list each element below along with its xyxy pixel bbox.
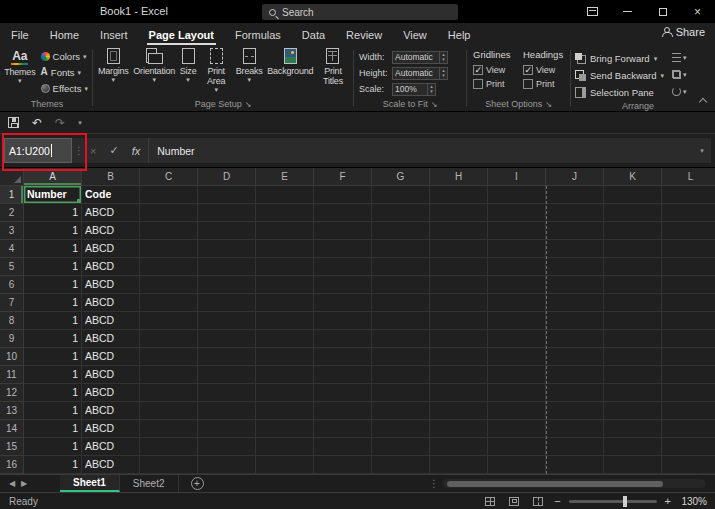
cell-E14[interactable] <box>256 420 314 438</box>
cell-E7[interactable] <box>256 294 314 312</box>
cell-C2[interactable] <box>140 204 198 222</box>
gridlines-view-checkbox[interactable] <box>473 65 483 75</box>
cell-H6[interactable] <box>430 276 488 294</box>
cell-E6[interactable] <box>256 276 314 294</box>
cell-I7[interactable] <box>488 294 546 312</box>
name-box-splitter[interactable]: ⋮ <box>72 145 86 156</box>
cell-H2[interactable] <box>430 204 488 222</box>
cell-K14[interactable] <box>604 420 662 438</box>
cell-I6[interactable] <box>488 276 546 294</box>
headings-view-checkbox[interactable] <box>523 65 533 75</box>
tab-data[interactable]: Data <box>300 25 327 45</box>
cell-L16[interactable] <box>662 456 715 474</box>
tab-insert[interactable]: Insert <box>98 25 130 45</box>
cell-D10[interactable] <box>198 348 256 366</box>
cell-K5[interactable] <box>604 258 662 276</box>
cell-A8[interactable]: 1 <box>24 312 82 330</box>
normal-view-button[interactable] <box>482 494 498 509</box>
cell-E11[interactable] <box>256 366 314 384</box>
tab-view[interactable]: View <box>401 25 429 45</box>
cell-L7[interactable] <box>662 294 715 312</box>
spinner-icon[interactable]: ▴▾ <box>439 68 447 79</box>
cell-H4[interactable] <box>430 240 488 258</box>
cell-D11[interactable] <box>198 366 256 384</box>
headings-print-option[interactable]: Print <box>523 77 567 91</box>
zoom-percentage[interactable]: 130% <box>679 496 707 507</box>
cell-J15[interactable] <box>546 438 604 456</box>
formula-input[interactable]: Number <box>149 138 693 163</box>
row-header-6[interactable]: 6 <box>0 276 24 294</box>
row-header-11[interactable]: 11 <box>0 366 24 384</box>
cell-H14[interactable] <box>430 420 488 438</box>
cell-J3[interactable] <box>546 222 604 240</box>
cell-K4[interactable] <box>604 240 662 258</box>
cell-B10[interactable]: ABCD <box>82 348 140 366</box>
cell-F6[interactable] <box>314 276 372 294</box>
cell-D8[interactable] <box>198 312 256 330</box>
cell-A2[interactable]: 1 <box>24 204 82 222</box>
new-sheet-button[interactable]: + <box>191 477 204 490</box>
cell-E9[interactable] <box>256 330 314 348</box>
share-button[interactable]: Share <box>662 26 705 38</box>
cell-I12[interactable] <box>488 384 546 402</box>
cell-C6[interactable] <box>140 276 198 294</box>
cell-A3[interactable]: 1 <box>24 222 82 240</box>
cell-B11[interactable]: ABCD <box>82 366 140 384</box>
cancel-button[interactable]: × <box>90 145 96 157</box>
button-background[interactable]: Background <box>266 48 314 76</box>
cell-J7[interactable] <box>546 294 604 312</box>
cell-F9[interactable] <box>314 330 372 348</box>
button-print-titles[interactable]: Print Titles <box>317 48 349 86</box>
cell-D14[interactable] <box>198 420 256 438</box>
rotate-button[interactable]: ▾ <box>672 84 687 99</box>
cell-G7[interactable] <box>372 294 430 312</box>
cell-D6[interactable] <box>198 276 256 294</box>
cell-G10[interactable] <box>372 348 430 366</box>
cell-F7[interactable] <box>314 294 372 312</box>
tab-review[interactable]: Review <box>344 25 384 45</box>
cell-A10[interactable]: 1 <box>24 348 82 366</box>
cell-I15[interactable] <box>488 438 546 456</box>
cell-L15[interactable] <box>662 438 715 456</box>
cell-H3[interactable] <box>430 222 488 240</box>
tab-splitter[interactable]: ⋮ <box>425 478 443 489</box>
themes-button[interactable]: Aa Themes ▾ <box>4 48 36 84</box>
select-all-button[interactable] <box>0 168 24 186</box>
fonts-button[interactable]: A Fonts ▾ <box>39 64 90 80</box>
cell-L1[interactable] <box>662 186 715 204</box>
cell-F8[interactable] <box>314 312 372 330</box>
button-selection-pane[interactable]: Selection Pane <box>575 84 664 100</box>
cell-I9[interactable] <box>488 330 546 348</box>
cell-G11[interactable] <box>372 366 430 384</box>
cell-J4[interactable] <box>546 240 604 258</box>
gridlines-print-option[interactable]: Print <box>473 77 517 91</box>
tab-help[interactable]: Help <box>446 25 473 45</box>
cell-A9[interactable]: 1 <box>24 330 82 348</box>
cell-A5[interactable]: 1 <box>24 258 82 276</box>
cell-G14[interactable] <box>372 420 430 438</box>
horizontal-scrollbar-thumb[interactable] <box>447 481 663 487</box>
cell-J10[interactable] <box>546 348 604 366</box>
cell-C11[interactable] <box>140 366 198 384</box>
cell-G3[interactable] <box>372 222 430 240</box>
cell-H11[interactable] <box>430 366 488 384</box>
headings-view-option[interactable]: View <box>523 63 567 77</box>
cell-E8[interactable] <box>256 312 314 330</box>
cell-B14[interactable]: ABCD <box>82 420 140 438</box>
column-header-F[interactable]: F <box>314 168 372 186</box>
width-field[interactable]: Automatic ▴▾ <box>392 51 448 64</box>
cell-L14[interactable] <box>662 420 715 438</box>
cell-D2[interactable] <box>198 204 256 222</box>
cell-G5[interactable] <box>372 258 430 276</box>
cell-L3[interactable] <box>662 222 715 240</box>
cell-A15[interactable]: 1 <box>24 438 82 456</box>
row-header-4[interactable]: 4 <box>0 240 24 258</box>
cell-K3[interactable] <box>604 222 662 240</box>
column-header-G[interactable]: G <box>372 168 430 186</box>
cell-B3[interactable]: ABCD <box>82 222 140 240</box>
row-header-7[interactable]: 7 <box>0 294 24 312</box>
cell-C13[interactable] <box>140 402 198 420</box>
search-box[interactable]: Search <box>262 4 458 20</box>
horizontal-scrollbar[interactable] <box>443 479 705 488</box>
cell-H13[interactable] <box>430 402 488 420</box>
